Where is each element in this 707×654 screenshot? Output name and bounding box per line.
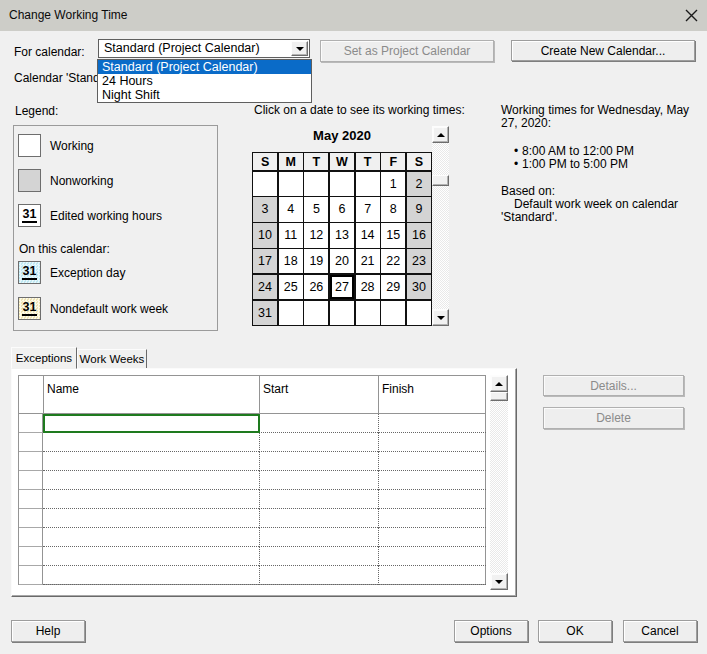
- calendar-date-cell[interactable]: 4: [279, 197, 303, 221]
- tab-exceptions[interactable]: Exceptions: [11, 347, 77, 369]
- cancel-button[interactable]: Cancel: [623, 620, 697, 642]
- calendar-date-cell[interactable]: 11: [279, 223, 303, 247]
- calendar-date-cell[interactable]: 1: [381, 172, 405, 196]
- table-cell[interactable]: [259, 547, 378, 566]
- set-as-project-calendar-button[interactable]: Set as Project Calendar: [320, 40, 494, 62]
- table-cell[interactable]: [378, 433, 486, 452]
- close-icon[interactable]: [685, 9, 698, 22]
- calendar-date-cell[interactable]: 5: [304, 197, 328, 221]
- table-cell[interactable]: [378, 471, 486, 490]
- calendar-scrollbar-thumb[interactable]: [432, 175, 449, 186]
- row-selector-cell[interactable]: [19, 414, 43, 433]
- row-selector-cell[interactable]: [19, 490, 43, 509]
- options-button[interactable]: Options: [454, 620, 528, 642]
- table-cell[interactable]: [378, 509, 486, 528]
- calendar-date-cell[interactable]: 12: [304, 223, 328, 247]
- delete-button[interactable]: Delete: [543, 407, 684, 429]
- table-cell[interactable]: [378, 414, 486, 433]
- tab-work-weeks[interactable]: Work Weeks: [77, 349, 147, 368]
- table-cell[interactable]: [259, 490, 378, 509]
- calendar-date-cell[interactable]: 6: [330, 197, 354, 221]
- calendar-date-cell[interactable]: 24: [253, 275, 277, 299]
- table-cell[interactable]: [378, 547, 486, 566]
- dropdown-option[interactable]: 24 Hours: [98, 74, 311, 88]
- table-cell[interactable]: [43, 452, 259, 471]
- table-scrollbar[interactable]: [490, 375, 508, 590]
- table-cell[interactable]: [378, 452, 486, 471]
- calendar-date-cell[interactable]: 31: [253, 301, 277, 325]
- calendar-date-cell[interactable]: 16: [407, 223, 431, 247]
- exceptions-table: NameStartFinish: [18, 375, 486, 585]
- row-selector-cell[interactable]: [19, 547, 43, 566]
- calendar-scrollbar-down-button[interactable]: [432, 309, 449, 326]
- table-cell[interactable]: [259, 566, 378, 585]
- details-button[interactable]: Details...: [543, 375, 684, 396]
- row-selector-cell[interactable]: [19, 528, 43, 547]
- selected-table-cell[interactable]: [43, 414, 260, 433]
- calendar-date-cell[interactable]: 23: [407, 249, 431, 273]
- table-scrollbar-thumb[interactable]: [490, 392, 508, 401]
- calendar-empty-cell: [381, 301, 405, 325]
- calendar-date-cell[interactable]: 10: [253, 223, 277, 247]
- for-calendar-combobox[interactable]: Standard (Project Calendar): [98, 39, 310, 58]
- calendar-scrollbar-up-button[interactable]: [432, 126, 449, 143]
- calendar-date-cell[interactable]: 18: [279, 249, 303, 273]
- calendar-date-cell[interactable]: 9: [407, 197, 431, 221]
- table-scrollbar-down-button[interactable]: [490, 573, 508, 590]
- calendar-date-cell[interactable]: 8: [381, 197, 405, 221]
- window-title: Change Working Time: [9, 0, 128, 31]
- create-new-calendar-button[interactable]: Create New Calendar...: [511, 40, 695, 61]
- table-cell[interactable]: [259, 509, 378, 528]
- row-selector-cell[interactable]: [19, 433, 43, 452]
- row-selector-cell[interactable]: [19, 471, 43, 490]
- table-cell[interactable]: [259, 471, 378, 490]
- calendar-date-cell[interactable]: 2: [407, 172, 431, 196]
- table-cell[interactable]: [43, 528, 259, 547]
- calendar-date-cell[interactable]: 21: [356, 249, 380, 273]
- table-cell[interactable]: [43, 490, 259, 509]
- dropdown-option[interactable]: Night Shift: [98, 88, 311, 102]
- ok-button[interactable]: OK: [538, 620, 612, 642]
- dropdown-option[interactable]: Standard (Project Calendar): [98, 60, 311, 74]
- table-cell[interactable]: [259, 433, 378, 452]
- calendar-date-cell[interactable]: 15: [381, 223, 405, 247]
- column-header-name[interactable]: Name: [43, 376, 259, 413]
- table-cell[interactable]: [43, 433, 259, 452]
- table-scrollbar-up-button[interactable]: [490, 375, 508, 392]
- table-cell[interactable]: [378, 566, 486, 585]
- table-cell[interactable]: [43, 566, 259, 585]
- calendar-date-cell[interactable]: 28: [356, 275, 380, 299]
- calendar-date-cell[interactable]: 29: [381, 275, 405, 299]
- combobox-dropdown-button[interactable]: [291, 41, 308, 56]
- calendar-date-cell[interactable]: 14: [356, 223, 380, 247]
- table-cell[interactable]: [378, 490, 486, 509]
- help-button[interactable]: Help: [11, 620, 85, 642]
- calendar-date-cell[interactable]: 22: [381, 249, 405, 273]
- triangle-up-icon: [495, 382, 503, 386]
- calendar-date-cell[interactable]: 13: [330, 223, 354, 247]
- calendar-date-cell[interactable]: 19: [304, 249, 328, 273]
- table-cell[interactable]: [259, 528, 378, 547]
- table-cell[interactable]: [43, 509, 259, 528]
- calendar-month-title: May 2020: [252, 128, 432, 143]
- row-selector-cell[interactable]: [19, 509, 43, 528]
- table-cell[interactable]: [378, 528, 486, 547]
- table-cell[interactable]: [43, 547, 259, 566]
- legend-swatch-nondefault: 31: [18, 297, 41, 320]
- row-selector-cell[interactable]: [19, 452, 43, 471]
- table-cell[interactable]: [259, 414, 378, 433]
- calendar-date-cell[interactable]: 26: [304, 275, 328, 299]
- column-header-finish[interactable]: Finish: [378, 376, 486, 413]
- column-header-start[interactable]: Start: [259, 376, 378, 413]
- calendar-date-cell[interactable]: 3: [253, 197, 277, 221]
- calendar-date-cell[interactable]: 27: [330, 275, 354, 299]
- calendar-date-cell[interactable]: 20: [330, 249, 354, 273]
- table-cell[interactable]: [259, 452, 378, 471]
- row-selector-cell[interactable]: [19, 566, 43, 585]
- calendar-date-cell[interactable]: 7: [356, 197, 380, 221]
- table-cell[interactable]: [43, 471, 259, 490]
- calendar-scrollbar[interactable]: [432, 126, 449, 326]
- calendar-date-cell[interactable]: 25: [279, 275, 303, 299]
- calendar-date-cell[interactable]: 17: [253, 249, 277, 273]
- calendar-date-cell[interactable]: 30: [407, 275, 431, 299]
